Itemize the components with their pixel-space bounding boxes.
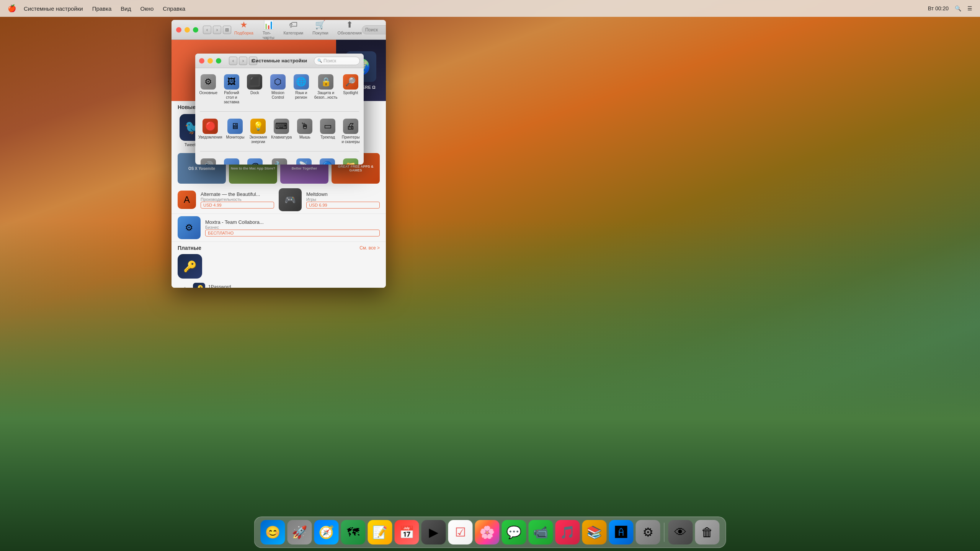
sysprefs-item-spotlight[interactable]: 🔎 Spotlight: [339, 71, 362, 108]
tab-obnovleniya[interactable]: ⬆ Обновления: [338, 20, 362, 40]
back-button[interactable]: ‹: [203, 26, 211, 34]
tab-pokupki[interactable]: 🛒 Покупки: [312, 20, 328, 40]
notifications-label: Уведомления: [198, 135, 222, 140]
list-item[interactable]: 1. 🔑 1Password Производительность: [184, 282, 374, 288]
energy-label: Экономия энергии: [248, 135, 268, 144]
sysprefs-search[interactable]: 🔍 Поиск: [314, 57, 360, 65]
sysprefs-item-language[interactable]: 🌐 Язык и регион: [289, 71, 313, 108]
sysprefs-item-printers[interactable]: 🖨 Принтеры и сканеры: [339, 116, 362, 147]
dock-stickies[interactable]: 📝: [368, 520, 392, 544]
apple-menu[interactable]: 🍎: [8, 4, 16, 13]
alternote-price: USD 4.99: [201, 202, 274, 209]
sysprefs-item-monitors[interactable]: 🖥 Мониторы: [224, 116, 247, 147]
trackpad-icon: ▭: [320, 119, 335, 134]
sysprefs-item-desktop[interactable]: 🖼 Рабочий стол и заставка: [220, 71, 243, 108]
section-divider-2: [200, 151, 359, 152]
tab-topcharty[interactable]: 📊 Топ-чарты: [263, 20, 274, 40]
mission-icon: ⬡: [270, 74, 286, 90]
onepassword-info: 1Password Производительность: [208, 284, 374, 288]
menu-pravka[interactable]: Правка: [92, 5, 112, 12]
sysprefs-maximize-button[interactable]: [216, 58, 221, 64]
tab-obnovleniya-label: Обновления: [338, 31, 362, 35]
dock-quicktime[interactable]: ▶: [421, 520, 446, 544]
dock-trash[interactable]: 🗑: [695, 520, 720, 544]
sysprefs-item-sound[interactable]: 🔊 Звук: [197, 155, 220, 165]
sysprefs-item-trackpad[interactable]: ▭ Трекпад: [316, 116, 339, 147]
sysprefs-item-icloud[interactable]: ☁ iCloud: [220, 155, 243, 165]
sysprefs-item-accounts[interactable]: @ Уч. записи Интернета: [243, 155, 267, 165]
sysprefs-item-mouse[interactable]: 🖱 Мышь: [293, 116, 316, 147]
keyboard-label: Клавиатура: [271, 135, 292, 140]
cart-icon: 🛒: [315, 20, 325, 30]
bluetooth-icon: 🔵: [320, 158, 335, 165]
extensions-icon: 🔧: [272, 158, 287, 165]
new-to-banner-label: New to the Mac App Store?: [231, 166, 275, 170]
forward-button[interactable]: ›: [213, 26, 221, 34]
dock-separator: [664, 523, 665, 542]
language-label: Язык и регион: [291, 91, 311, 100]
sysprefs-item-extensions[interactable]: 🔧 Расширения: [267, 155, 292, 165]
sysprefs-traffic-lights: [199, 58, 221, 64]
notification-icon[interactable]: ☰: [967, 5, 972, 11]
sysprefs-item-bluetooth[interactable]: 🔵 Bluetooth: [315, 155, 339, 165]
search-input[interactable]: [362, 25, 386, 34]
sysprefs-close-button[interactable]: [199, 58, 204, 64]
meltdown-info: Meltdown Игры USD 6.99: [306, 191, 380, 209]
icloud-icon: ☁: [224, 158, 239, 165]
paid-header: Платные См. все > 🔑 1. 🔑 1Password Произ…: [172, 242, 386, 288]
meltdown-cat: Игры: [306, 197, 380, 202]
dock-facetime[interactable]: 📹: [529, 520, 553, 544]
sysprefs-item-osnovnye[interactable]: ⚙ Основные: [197, 71, 220, 108]
dock-calendar[interactable]: 📅: [395, 520, 419, 544]
menu-vid[interactable]: Вид: [121, 5, 131, 12]
monitors-icon: 🖥: [227, 119, 243, 134]
table-row[interactable]: A Alternate — the Beautiful... Производи…: [172, 186, 386, 214]
tab-kategorii[interactable]: 🏷 Категории: [284, 20, 304, 40]
dock-preview[interactable]: 👁: [668, 520, 693, 544]
dock-finder[interactable]: 😊: [261, 520, 285, 544]
sysprefs-item-sharing[interactable]: 📁 Общий доступ: [339, 155, 362, 165]
sysprefs-back-button[interactable]: ‹: [229, 57, 237, 65]
dock-safari[interactable]: 🧭: [314, 520, 339, 544]
grid-button[interactable]: ⊞: [223, 26, 231, 34]
sysprefs-item-security[interactable]: 🔒 Защита и безоп...ность: [313, 71, 339, 108]
tab-kategorii-label: Категории: [284, 31, 304, 35]
meltdown-price: USD 6.99: [306, 202, 380, 209]
sysprefs-item-keyboard[interactable]: ⌨ Клавиатура: [270, 116, 293, 147]
menu-spravka[interactable]: Справка: [163, 5, 185, 12]
minimize-button[interactable]: [185, 27, 190, 33]
dock-photos[interactable]: 🌸: [475, 520, 500, 544]
sysprefs-item-mission[interactable]: ⬡ Mission Control: [266, 71, 290, 108]
dock-sysprefs[interactable]: ⚙: [636, 520, 660, 544]
menu-okno[interactable]: Окно: [140, 5, 154, 12]
dock-launchpad[interactable]: 🚀: [287, 520, 312, 544]
maximize-button[interactable]: [193, 27, 198, 33]
mouse-label: Мышь: [299, 135, 310, 140]
app-name-menu[interactable]: Системные настройки: [24, 5, 83, 12]
sysprefs-item-energy[interactable]: 💡 Экономия энергии: [247, 116, 270, 147]
sysprefs-minimize-button[interactable]: [207, 58, 213, 64]
sysprefs-item-notifications[interactable]: 🔴 Уведомления: [197, 116, 224, 147]
dock-appstore[interactable]: 🅰: [609, 520, 634, 544]
better-together-label: Better Together: [292, 166, 317, 170]
spotlight-icon[interactable]: 🔍: [955, 5, 961, 11]
update-icon: ⬆: [346, 20, 353, 30]
paid-see-all[interactable]: См. все >: [359, 245, 380, 251]
table-row[interactable]: ⚙ Moxtra - Team Collabora... Бизнес БЕСП…: [172, 214, 386, 242]
keyboard-icon: ⌨: [274, 119, 289, 134]
traffic-lights: [176, 27, 198, 33]
sysprefs-section-2: 🔴 Уведомления 🖥 Мониторы 💡 Экономия энер…: [195, 112, 364, 150]
dock-itunes[interactable]: 🎵: [555, 520, 580, 544]
tab-podborka[interactable]: ★ Подборка: [234, 20, 253, 40]
dock-maps[interactable]: 🗺: [341, 520, 366, 544]
paid-list: 1. 🔑 1Password Производительность 2. 🌤: [178, 280, 380, 288]
osnovnye-label: Основные: [199, 91, 217, 95]
dock-ibooks[interactable]: 📚: [582, 520, 607, 544]
onepassword-featured[interactable]: 🔑: [178, 253, 380, 280]
sysprefs-item-dock[interactable]: ⬛ Dock: [243, 71, 266, 108]
sysprefs-forward-button[interactable]: ›: [239, 57, 247, 65]
dock-messages[interactable]: 💬: [502, 520, 526, 544]
sysprefs-item-network[interactable]: 📡 Сеть: [292, 155, 315, 165]
close-button[interactable]: [176, 27, 181, 33]
dock-reminders[interactable]: ☑: [448, 520, 473, 544]
